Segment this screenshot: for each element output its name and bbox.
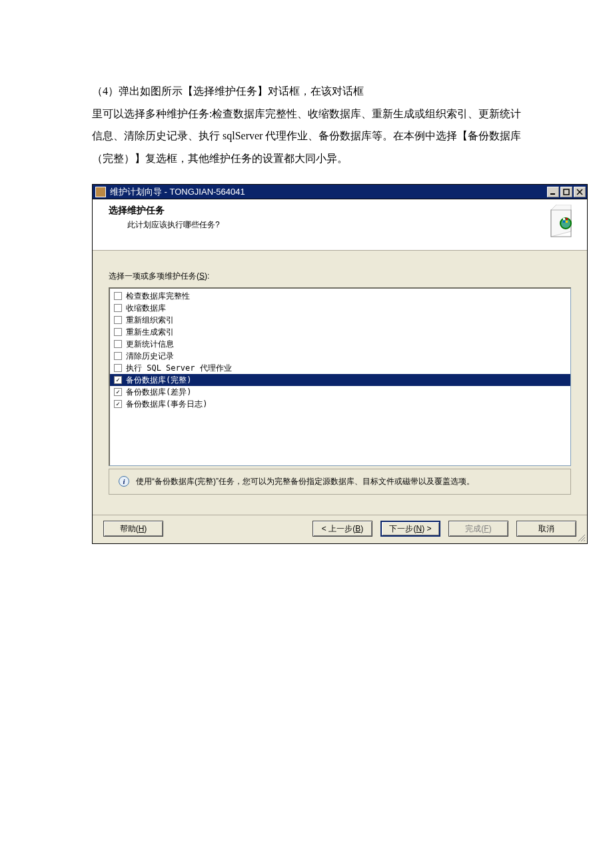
list-item-label: 更新统计信息 xyxy=(126,339,174,350)
list-item[interactable]: 备份数据库(差异) xyxy=(110,386,570,398)
checkbox[interactable] xyxy=(114,376,122,384)
dialog-subheading: 此计划应该执行哪些任务? xyxy=(127,219,534,231)
document-page: （4）弹出如图所示【选择维护任务】对话框，在该对话框 里可以选择多种维护任务:检… xyxy=(0,0,613,868)
list-item[interactable]: 重新生成索引 xyxy=(110,326,570,338)
checkbox[interactable] xyxy=(114,328,122,336)
info-icon: i xyxy=(119,476,129,487)
maximize-button[interactable] xyxy=(560,187,572,197)
list-item-label: 检查数据库完整性 xyxy=(126,291,190,302)
list-item-label: 备份数据库(差异) xyxy=(126,387,191,398)
header-text-block: 选择维护任务 此计划应该执行哪些任务? xyxy=(109,205,534,231)
list-item-label: 收缩数据库 xyxy=(126,303,166,314)
checkbox[interactable] xyxy=(114,400,122,408)
window-buttons xyxy=(547,185,587,199)
task-listbox[interactable]: 检查数据库完整性收缩数据库重新组织索引重新生成索引更新统计信息清除历史记录执行 … xyxy=(109,287,571,466)
minimize-button[interactable] xyxy=(547,187,559,197)
list-item[interactable]: 备份数据库(完整) xyxy=(110,374,570,386)
list-item[interactable]: 更新统计信息 xyxy=(110,338,570,350)
list-item[interactable]: 重新组织索引 xyxy=(110,314,570,326)
checkbox[interactable] xyxy=(114,388,122,396)
dialog-header: 选择维护任务 此计划应该执行哪些任务? xyxy=(93,199,587,251)
window-title: 维护计划向导 - TONGJIAN-564041 xyxy=(110,186,547,198)
list-item[interactable]: 执行 SQL Server 代理作业 xyxy=(110,362,570,374)
list-item-label: 备份数据库(完整) xyxy=(126,375,191,386)
app-icon xyxy=(95,187,106,197)
dialog-heading: 选择维护任务 xyxy=(109,205,534,217)
list-item[interactable]: 检查数据库完整性 xyxy=(110,290,570,302)
help-button[interactable]: 帮助(H) xyxy=(103,521,163,537)
info-text: 使用“备份数据库(完整)”任务，您可以为完整备份指定源数据库、目标文件或磁带以及… xyxy=(136,476,474,487)
checkbox[interactable] xyxy=(114,364,122,372)
svg-rect-8 xyxy=(563,221,565,223)
svg-rect-9 xyxy=(566,221,568,223)
dialog-window: 维护计划向导 - TONGJIAN-564041 选择维护任务 此计划应该执行哪… xyxy=(92,184,588,544)
checkbox[interactable] xyxy=(114,316,122,324)
wizard-icon xyxy=(534,205,574,245)
prompt-label: 选择一项或多项维护任务(S): xyxy=(109,271,571,282)
list-item[interactable]: 收缩数据库 xyxy=(110,302,570,314)
svg-rect-0 xyxy=(550,193,555,195)
resize-grip[interactable] xyxy=(576,533,586,542)
list-item-label: 清除历史记录 xyxy=(126,351,174,362)
svg-line-12 xyxy=(584,540,585,541)
svg-rect-7 xyxy=(566,218,568,220)
list-item[interactable]: 备份数据库(事务日志) xyxy=(110,398,570,410)
list-item-label: 重新生成索引 xyxy=(126,327,174,338)
svg-rect-6 xyxy=(563,218,565,220)
close-button[interactable] xyxy=(574,187,586,197)
intro-line-2: 里可以选择多种维护任务:检查数据库完整性、收缩数据库、重新生成或组织索引、更新统… xyxy=(92,103,523,170)
list-item-label: 重新组织索引 xyxy=(126,315,174,326)
checkbox[interactable] xyxy=(114,340,122,348)
checkbox[interactable] xyxy=(114,292,122,300)
intro-text: （4）弹出如图所示【选择维护任务】对话框，在该对话框 里可以选择多种维护任务:检… xyxy=(92,80,523,169)
list-item-label: 执行 SQL Server 代理作业 xyxy=(126,363,232,374)
finish-button: 完成(F) xyxy=(448,521,508,537)
dialog-body: 选择一项或多项维护任务(S): 检查数据库完整性收缩数据库重新组织索引重新生成索… xyxy=(93,251,587,495)
checkbox[interactable] xyxy=(114,304,122,312)
svg-rect-1 xyxy=(564,189,569,195)
list-item[interactable]: 清除历史记录 xyxy=(110,350,570,362)
cancel-button[interactable]: 取消 xyxy=(516,521,576,537)
next-button[interactable]: 下一步(N) > xyxy=(380,521,440,537)
dialog-footer: 帮助(H) < 上一步(B) 下一步(N) > 完成(F) 取消 xyxy=(93,515,587,543)
checkbox[interactable] xyxy=(114,352,122,360)
list-item-label: 备份数据库(事务日志) xyxy=(126,399,207,410)
info-panel: i 使用“备份数据库(完整)”任务，您可以为完整备份指定源数据库、目标文件或磁带… xyxy=(109,469,571,495)
back-button[interactable]: < 上一步(B) xyxy=(312,521,372,537)
titlebar: 维护计划向导 - TONGJIAN-564041 xyxy=(93,185,587,199)
intro-line-1: （4）弹出如图所示【选择维护任务】对话框，在该对话框 xyxy=(92,80,523,103)
